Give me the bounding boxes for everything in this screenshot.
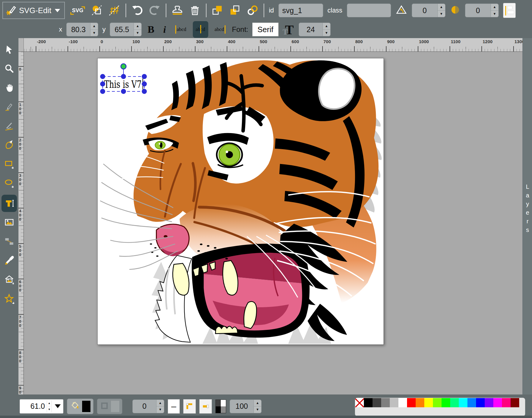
move-to-top-button[interactable] [211,3,224,18]
stroke-linecap-button[interactable] [199,399,212,414]
line-tool[interactable] [1,118,17,133]
ruler-label: -100 [69,39,78,44]
rectangle-icon [4,159,14,169]
pencil-icon [4,102,14,112]
move-bottom-icon [229,4,241,16]
x-input[interactable] [66,23,90,36]
path-tool[interactable] [1,138,17,152]
edit-source-button[interactable]: SVG [69,3,86,18]
font-size-icon: TT [283,22,295,37]
ruler-tick [18,102,24,102]
zoom-tool[interactable] [1,61,17,76]
palette-swatch[interactable] [407,398,416,407]
palette-swatch[interactable] [450,398,459,407]
ruler-corner [18,38,24,52]
palette-swatch[interactable] [459,398,467,407]
ruler-vertical: 0100200300400500600700800900 [18,52,24,394]
font-family-button[interactable]: Serif [252,23,278,36]
stroke-width-spinner[interactable]: ▲▼ [156,400,164,413]
align-relative-button[interactable] [503,3,516,18]
x-label: x [59,26,62,33]
clone-button[interactable] [171,3,184,18]
opacity-input[interactable] [230,400,254,413]
text-anchor-end-button[interactable]: abcd [212,22,228,37]
ruler-label: 1000 [419,39,429,44]
text-context-toolbar: x ▲▼ y ▲▼ B i abcd abcd abcd Font: Serif… [0,21,532,38]
palette-swatch[interactable] [364,398,373,407]
canvas-area[interactable]: This is V7 [24,52,522,394]
x-spinner[interactable]: ▲▼ [90,23,98,36]
y-input[interactable] [110,23,134,36]
ellipse-tool[interactable] [1,176,17,191]
eyedropper-tool[interactable] [1,253,17,268]
svg-page[interactable] [97,58,384,345]
zoom-spinner[interactable]: ▲▼ [47,400,52,412]
palette-swatch[interactable] [433,398,442,407]
text-anchor-start-button[interactable]: abcd [173,22,189,37]
rotation-angle-input[interactable] [412,4,437,17]
redo-button[interactable] [148,3,161,18]
palette-swatch[interactable] [381,398,390,407]
stroke-width-input[interactable] [132,400,156,413]
text-tool[interactable] [1,195,17,212]
select-tool[interactable] [1,42,17,57]
blur-input[interactable] [465,4,491,17]
palette-swatch[interactable] [398,398,407,407]
fill-color-button[interactable] [67,399,93,414]
ruler-tick [227,46,227,52]
make-link-button[interactable] [246,3,259,18]
shape-library-tool[interactable] [1,272,17,287]
angle-icon [395,4,407,17]
workspace: -200-10001002003004005006007008009001000… [18,38,522,394]
pan-tool[interactable] [1,80,17,95]
palette-swatch[interactable] [390,398,398,407]
palette-swatch[interactable] [442,398,450,407]
document-properties-button[interactable] [90,3,104,18]
palette-swatch[interactable] [373,398,381,407]
element-class-input[interactable] [347,4,391,17]
opacity-spinner[interactable]: ▲▼ [254,400,262,413]
y-spinner[interactable]: ▲▼ [134,23,142,36]
palette-swatch[interactable] [416,398,424,407]
palette-swatch[interactable] [502,398,511,407]
palette-swatch[interactable] [476,398,485,407]
pencil-tool[interactable] [1,99,17,114]
palette-swatch[interactable] [467,398,476,407]
tiger-artwork[interactable] [98,58,384,344]
stamp-icon [171,4,183,16]
main-menu-button[interactable]: SVG-Edit [2,2,65,19]
undo-icon [131,4,143,16]
connector-tool[interactable] [1,234,17,249]
undo-button[interactable] [131,3,144,18]
star-tool[interactable] [1,291,17,306]
ruler-tick [131,46,132,52]
ruler-label: 200 [19,138,23,151]
stroke-color-button[interactable] [97,399,122,414]
stroke-linejoin-button[interactable] [183,399,196,414]
palette-swatch[interactable] [511,398,519,407]
editor-preferences-button[interactable] [108,3,121,18]
bold-button[interactable]: B [146,24,156,35]
stroke-dash-button[interactable]: – [168,399,180,414]
palette-swatch[interactable] [485,398,493,407]
ruler-tick [386,46,387,52]
element-id-input[interactable] [278,4,323,17]
palette-swatch[interactable] [424,398,433,407]
ruler-label: 500 [19,244,23,257]
palette-swatch[interactable] [355,398,364,407]
ruler-tick [18,314,24,315]
palette-swatch[interactable] [493,398,502,407]
move-to-bottom-button[interactable] [229,3,242,18]
italic-button[interactable]: i [160,24,169,35]
rect-tool[interactable] [1,157,17,171]
font-size-spinner[interactable]: ▲▼ [323,23,331,36]
delete-button[interactable] [188,3,201,18]
text-anchor-middle-button[interactable]: abcd [193,21,208,38]
angle-spinner[interactable]: ▲▼ [437,4,445,17]
layers-panel-toggle[interactable]: Layers [522,38,532,394]
image-tool[interactable] [1,215,17,230]
blur-spinner[interactable]: ▲▼ [491,4,499,17]
font-size-input[interactable] [299,23,323,36]
zoom-control[interactable]: 61.0 ▲▼ [20,399,63,414]
ruler-label: 100 [132,39,140,44]
